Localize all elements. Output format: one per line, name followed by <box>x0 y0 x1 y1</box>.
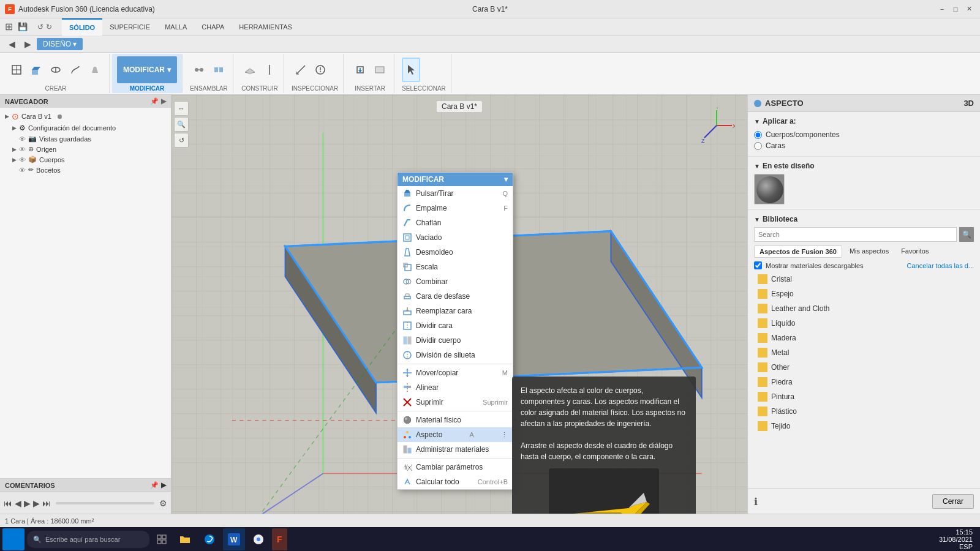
mat-item-espejo[interactable]: Espejo <box>754 287 974 301</box>
mat-item-tejido[interactable]: Tejido <box>754 419 974 433</box>
measure-button[interactable] <box>292 58 310 82</box>
nav-back-button[interactable]: ◀ <box>5 37 18 51</box>
redo-icon[interactable]: ↻ <box>46 23 52 31</box>
file-explorer-button[interactable] <box>174 528 196 550</box>
sweep-button[interactable] <box>66 58 85 82</box>
start-button[interactable] <box>2 528 24 550</box>
nav-item-cuerpos[interactable]: ▶ 👁 📦 Cuerpos <box>2 154 168 165</box>
timeline-prev-button[interactable]: ⏮ <box>4 498 12 508</box>
viewport[interactable]: Cara B v1* X Y Z ↔ 🔍 ↺ MODIFICAR ▾ <box>172 95 747 514</box>
canvas-button[interactable] <box>371 58 389 82</box>
menu-cambiar-parametros[interactable]: f(x) Cambiar parámetros <box>398 460 513 474</box>
modify-dropdown-button[interactable]: MODIFICAR ▾ <box>117 56 177 83</box>
biblioteca-title[interactable]: ▼ Biblioteca <box>754 215 974 223</box>
nav-forward-button[interactable]: ▶ <box>21 37 34 51</box>
mat-item-madera[interactable]: Madera <box>754 331 974 345</box>
task-view-button[interactable] <box>152 528 172 550</box>
timeline-next-button[interactable]: ⏭ <box>42 498 51 508</box>
cancel-downloads-link[interactable]: Cancelar todas las d... <box>907 262 974 269</box>
comments-expand-icon[interactable]: ▶ <box>161 481 166 489</box>
save-icon[interactable]: 💾 <box>18 22 28 31</box>
close-button[interactable]: ✕ <box>963 3 975 15</box>
timeline-forward-button[interactable]: ▶ <box>33 498 40 508</box>
nav-item-root[interactable]: ▶ ⊙ Cara B v1 ⏺ <box>2 110 168 122</box>
nav-item-config[interactable]: ▶ ⚙ Configuración del documento <box>2 122 168 133</box>
design-material-sphere[interactable] <box>754 174 785 204</box>
menu-empalme[interactable]: Empalme F <box>398 201 513 216</box>
search-input[interactable] <box>754 227 957 242</box>
maximize-button[interactable]: □ <box>949 3 962 15</box>
menu-aspecto[interactable]: Aspecto A ⋮ <box>398 427 513 442</box>
menu-cara-desfase[interactable]: Cara de desfase <box>398 289 513 304</box>
mat-item-metal[interactable]: Metal <box>754 345 974 360</box>
show-downloadable-checkbox[interactable] <box>754 261 762 269</box>
taskbar-search-box[interactable]: 🔍 Escribe aquí para buscar <box>27 531 149 548</box>
menu-chaflan[interactable]: Chaflán <box>398 216 513 230</box>
menu-calcular-todo[interactable]: Calcular todo Control+B <box>398 474 513 489</box>
fusion-taskbar-button[interactable]: F <box>272 528 287 550</box>
menu-reemplazar-cara[interactable]: Reemplazar cara <box>398 304 513 318</box>
radio-cuerpos-input[interactable] <box>754 131 762 139</box>
comments-pin-icon[interactable]: 📌 <box>150 481 159 489</box>
radio-caras-input[interactable] <box>754 142 762 150</box>
mat-item-pintura[interactable]: Pintura <box>754 389 974 404</box>
tab-solido[interactable]: SÓLIDO <box>62 18 102 36</box>
nav-pin-icon[interactable]: 📌 <box>150 97 159 105</box>
tab-malla[interactable]: MALLA <box>157 18 194 36</box>
title-bar-controls[interactable]: − □ ✕ <box>936 3 975 15</box>
mat-item-piedra[interactable]: Piedra <box>754 375 974 389</box>
nav-item-vistas[interactable]: ▶ 👁 📷 Vistas guardadas <box>2 133 168 144</box>
pan-button[interactable]: ↔ <box>174 101 189 116</box>
menu-dividir-cuerpo[interactable]: Dividir cuerpo <box>398 333 513 348</box>
joint-button[interactable] <box>190 58 208 82</box>
menu-escala[interactable]: Escala <box>398 260 513 274</box>
loft-button[interactable] <box>86 58 104 82</box>
show-downloadable-label[interactable]: Mostrar materiales descargables <box>766 262 864 269</box>
mat-item-liquido[interactable]: Líquido <box>754 316 974 331</box>
extrude-button[interactable] <box>27 58 45 82</box>
mat-item-plastico[interactable]: Plástico <box>754 404 974 419</box>
plane-button[interactable] <box>241 58 259 82</box>
undo-icon[interactable]: ↺ <box>37 23 43 31</box>
tab-herramientas[interactable]: HERRAMIENTAS <box>232 18 300 36</box>
axis-button[interactable] <box>260 58 279 82</box>
timeline-play-button[interactable]: ▶ <box>24 498 31 508</box>
radio-caras-label[interactable]: Caras <box>766 141 785 150</box>
menu-desmoldeo[interactable]: Desmoldeo <box>398 245 513 260</box>
mat-item-leather-cloth[interactable]: Leather and Cloth <box>754 301 974 316</box>
radio-cuerpos-label[interactable]: Cuerpos/componentes <box>766 130 840 139</box>
aplicar-a-title[interactable]: ▼ Aplicar a: <box>754 117 974 126</box>
menu-alinear[interactable]: Alinear <box>398 380 513 395</box>
menu-division-silueta[interactable]: División de silueta <box>398 348 513 362</box>
tab-chapa[interactable]: CHAPA <box>194 18 232 36</box>
mat-item-other[interactable]: Other <box>754 360 974 375</box>
chrome-button[interactable] <box>247 528 270 550</box>
nav-item-origen[interactable]: ▶ 👁 ⊕ Origen <box>2 144 168 154</box>
menu-administrar-materiales[interactable]: Administrar materiales <box>398 442 513 457</box>
close-panel-button[interactable]: Cerrar <box>932 494 974 509</box>
menu-material-fisico[interactable]: Material físico <box>398 413 513 427</box>
menu-vaciado[interactable]: Vaciado <box>398 230 513 245</box>
menu-dividir-cara[interactable]: Dividir cara <box>398 318 513 333</box>
menu-combinar[interactable]: Combinar <box>398 274 513 289</box>
menu-pulsar-tirar[interactable]: Pulsar/Tirar Q <box>398 186 513 201</box>
edge-button[interactable] <box>198 528 221 550</box>
tab-favoritos[interactable]: Favoritos <box>896 246 933 258</box>
nav-item-bocetos[interactable]: ▶ 👁 ✏ Bocetos <box>2 165 168 175</box>
new-component-button[interactable] <box>7 58 26 82</box>
analyze-button[interactable] <box>311 58 330 82</box>
nav-expand-icon[interactable]: ▶ <box>161 97 166 105</box>
word-button[interactable]: W <box>223 528 245 550</box>
zoom-button[interactable]: 🔍 <box>174 117 189 132</box>
revolve-button[interactable] <box>47 58 65 82</box>
menu-mover-copiar[interactable]: Mover/copiar M <box>398 365 513 380</box>
assemble-button[interactable] <box>209 58 228 82</box>
minimize-button[interactable]: − <box>936 3 948 15</box>
menu-suprimir[interactable]: Suprimir Suprimir <box>398 395 513 410</box>
tab-aspectos-fusion[interactable]: Aspectos de Fusion 360 <box>754 246 842 258</box>
design-button[interactable]: DISEÑO ▾ <box>37 38 83 50</box>
tab-mis-aspectos[interactable]: Mis aspectos <box>845 246 894 258</box>
timeline-settings-icon[interactable]: ⚙ <box>159 498 167 508</box>
search-button[interactable]: 🔍 <box>959 227 974 242</box>
en-este-diseno-title[interactable]: ▼ En este diseño <box>754 162 974 170</box>
